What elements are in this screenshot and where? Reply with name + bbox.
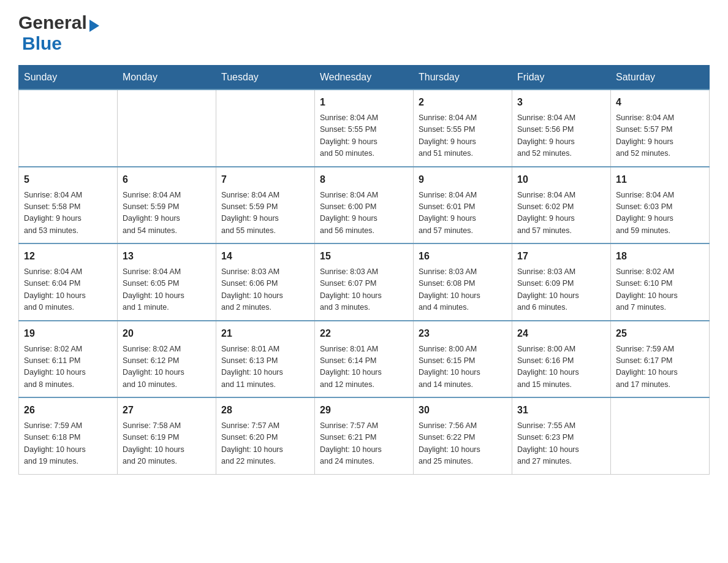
calendar-cell: 31Sunrise: 7:55 AM Sunset: 6:23 PM Dayli… (512, 397, 611, 474)
calendar-cell: 16Sunrise: 8:03 AM Sunset: 6:08 PM Dayli… (414, 243, 512, 321)
logo-general-text: General (18, 12, 87, 33)
day-number: 4 (616, 95, 704, 110)
week-row-3: 19Sunrise: 8:02 AM Sunset: 6:11 PM Dayli… (19, 321, 710, 398)
day-number: 21 (221, 326, 309, 341)
day-number: 10 (517, 172, 605, 187)
day-info: Sunrise: 8:04 AM Sunset: 5:59 PM Dayligh… (123, 190, 211, 237)
calendar-cell: 13Sunrise: 8:04 AM Sunset: 6:05 PM Dayli… (118, 243, 216, 321)
day-info: Sunrise: 7:55 AM Sunset: 6:23 PM Dayligh… (517, 420, 605, 468)
logo-blue-text: Blue (22, 33, 62, 54)
day-info: Sunrise: 7:59 AM Sunset: 6:17 PM Dayligh… (616, 343, 704, 391)
day-number: 5 (24, 172, 112, 187)
day-number: 22 (320, 326, 408, 341)
week-row-4: 26Sunrise: 7:59 AM Sunset: 6:18 PM Dayli… (19, 397, 710, 474)
day-info: Sunrise: 7:59 AM Sunset: 6:18 PM Dayligh… (24, 420, 112, 468)
day-info: Sunrise: 8:04 AM Sunset: 6:02 PM Dayligh… (517, 190, 605, 237)
day-number: 25 (616, 326, 704, 341)
calendar-cell: 1Sunrise: 8:04 AM Sunset: 5:55 PM Daylig… (315, 90, 414, 167)
header-day-friday: Friday (512, 66, 611, 90)
calendar-cell: 12Sunrise: 8:04 AM Sunset: 6:04 PM Dayli… (19, 243, 118, 321)
day-info: Sunrise: 8:01 AM Sunset: 6:14 PM Dayligh… (320, 343, 408, 391)
day-number: 31 (517, 403, 605, 418)
calendar-cell: 7Sunrise: 8:04 AM Sunset: 5:59 PM Daylig… (216, 167, 315, 244)
day-info: Sunrise: 8:03 AM Sunset: 6:07 PM Dayligh… (320, 266, 408, 314)
day-number: 26 (24, 403, 112, 418)
calendar-cell: 21Sunrise: 8:01 AM Sunset: 6:13 PM Dayli… (216, 321, 315, 398)
calendar-cell: 18Sunrise: 8:02 AM Sunset: 6:10 PM Dayli… (611, 243, 710, 321)
day-number: 9 (419, 172, 507, 187)
day-number: 13 (123, 249, 211, 264)
day-number: 28 (221, 403, 309, 418)
day-number: 14 (221, 249, 309, 264)
day-info: Sunrise: 8:04 AM Sunset: 5:58 PM Dayligh… (24, 190, 112, 237)
day-info: Sunrise: 8:04 AM Sunset: 6:04 PM Dayligh… (24, 266, 112, 314)
day-number: 8 (320, 172, 408, 187)
day-number: 23 (419, 326, 507, 341)
header-day-sunday: Sunday (19, 66, 118, 90)
header-row: SundayMondayTuesdayWednesdayThursdayFrid… (19, 66, 710, 90)
calendar-cell: 17Sunrise: 8:03 AM Sunset: 6:09 PM Dayli… (512, 243, 611, 321)
day-info: Sunrise: 8:04 AM Sunset: 6:05 PM Dayligh… (123, 266, 211, 314)
day-info: Sunrise: 8:00 AM Sunset: 6:16 PM Dayligh… (517, 343, 605, 391)
calendar-cell: 19Sunrise: 8:02 AM Sunset: 6:11 PM Dayli… (19, 321, 118, 398)
day-number: 11 (616, 172, 704, 187)
day-number: 29 (320, 403, 408, 418)
calendar-table: SundayMondayTuesdayWednesdayThursdayFrid… (18, 65, 710, 475)
calendar-cell (611, 397, 710, 474)
header-day-wednesday: Wednesday (315, 66, 414, 90)
day-info: Sunrise: 8:04 AM Sunset: 5:56 PM Dayligh… (517, 112, 605, 160)
day-info: Sunrise: 8:02 AM Sunset: 6:10 PM Dayligh… (616, 266, 704, 314)
day-number: 2 (419, 95, 507, 110)
day-number: 19 (24, 326, 112, 341)
logo-triangle (89, 20, 99, 32)
calendar-cell: 26Sunrise: 7:59 AM Sunset: 6:18 PM Dayli… (19, 397, 118, 474)
logo: General Blue (18, 12, 99, 54)
calendar-cell: 24Sunrise: 8:00 AM Sunset: 6:16 PM Dayli… (512, 321, 611, 398)
day-info: Sunrise: 8:04 AM Sunset: 6:01 PM Dayligh… (419, 190, 507, 237)
page-header: General Blue (18, 12, 710, 54)
day-number: 15 (320, 249, 408, 264)
calendar-cell (216, 90, 315, 167)
day-info: Sunrise: 8:04 AM Sunset: 5:55 PM Dayligh… (419, 112, 507, 160)
day-info: Sunrise: 8:04 AM Sunset: 5:55 PM Dayligh… (320, 112, 408, 160)
day-number: 27 (123, 403, 211, 418)
calendar-cell: 11Sunrise: 8:04 AM Sunset: 6:03 PM Dayli… (611, 167, 710, 244)
calendar-cell: 2Sunrise: 8:04 AM Sunset: 5:55 PM Daylig… (414, 90, 512, 167)
calendar-cell: 6Sunrise: 8:04 AM Sunset: 5:59 PM Daylig… (118, 167, 216, 244)
day-number: 24 (517, 326, 605, 341)
day-info: Sunrise: 7:56 AM Sunset: 6:22 PM Dayligh… (419, 420, 507, 468)
day-number: 7 (221, 172, 309, 187)
week-row-0: 1Sunrise: 8:04 AM Sunset: 5:55 PM Daylig… (19, 90, 710, 167)
day-number: 16 (419, 249, 507, 264)
header-day-saturday: Saturday (611, 66, 710, 90)
day-number: 17 (517, 249, 605, 264)
calendar-cell (19, 90, 118, 167)
calendar-cell: 27Sunrise: 7:58 AM Sunset: 6:19 PM Dayli… (118, 397, 216, 474)
calendar-cell: 29Sunrise: 7:57 AM Sunset: 6:21 PM Dayli… (315, 397, 414, 474)
day-info: Sunrise: 8:03 AM Sunset: 6:09 PM Dayligh… (517, 266, 605, 314)
calendar-cell: 25Sunrise: 7:59 AM Sunset: 6:17 PM Dayli… (611, 321, 710, 398)
calendar-cell: 10Sunrise: 8:04 AM Sunset: 6:02 PM Dayli… (512, 167, 611, 244)
day-number: 30 (419, 403, 507, 418)
calendar-cell: 20Sunrise: 8:02 AM Sunset: 6:12 PM Dayli… (118, 321, 216, 398)
day-info: Sunrise: 7:58 AM Sunset: 6:19 PM Dayligh… (123, 420, 211, 468)
header-day-thursday: Thursday (414, 66, 512, 90)
day-info: Sunrise: 8:04 AM Sunset: 6:03 PM Dayligh… (616, 190, 704, 237)
calendar-cell: 22Sunrise: 8:01 AM Sunset: 6:14 PM Dayli… (315, 321, 414, 398)
calendar-cell: 8Sunrise: 8:04 AM Sunset: 6:00 PM Daylig… (315, 167, 414, 244)
calendar-cell: 3Sunrise: 8:04 AM Sunset: 5:56 PM Daylig… (512, 90, 611, 167)
calendar-cell: 5Sunrise: 8:04 AM Sunset: 5:58 PM Daylig… (19, 167, 118, 244)
calendar-cell: 15Sunrise: 8:03 AM Sunset: 6:07 PM Dayli… (315, 243, 414, 321)
header-day-tuesday: Tuesday (216, 66, 315, 90)
calendar-cell: 4Sunrise: 8:04 AM Sunset: 5:57 PM Daylig… (611, 90, 710, 167)
day-number: 1 (320, 95, 408, 110)
day-number: 12 (24, 249, 112, 264)
day-number: 6 (123, 172, 211, 187)
header-day-monday: Monday (118, 66, 216, 90)
calendar-cell (118, 90, 216, 167)
day-info: Sunrise: 8:00 AM Sunset: 6:15 PM Dayligh… (419, 343, 507, 391)
week-row-2: 12Sunrise: 8:04 AM Sunset: 6:04 PM Dayli… (19, 243, 710, 321)
day-info: Sunrise: 8:02 AM Sunset: 6:11 PM Dayligh… (24, 343, 112, 391)
calendar-cell: 23Sunrise: 8:00 AM Sunset: 6:15 PM Dayli… (414, 321, 512, 398)
day-info: Sunrise: 8:01 AM Sunset: 6:13 PM Dayligh… (221, 343, 309, 391)
